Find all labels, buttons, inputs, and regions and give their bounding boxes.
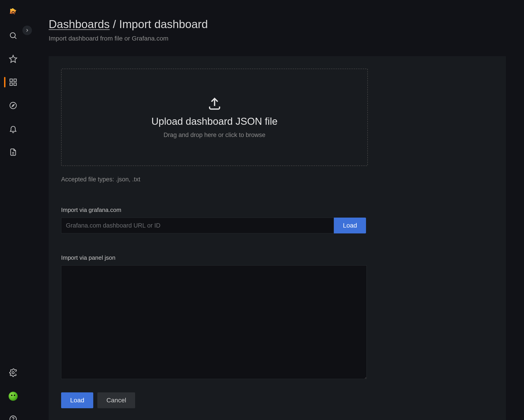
accepted-file-types: Accepted file types: .json, .txt xyxy=(61,176,493,183)
search-icon xyxy=(9,31,17,41)
grafana-url-input[interactable] xyxy=(61,218,334,233)
svg-line-2 xyxy=(15,37,16,39)
sidebar-item-dashboards[interactable] xyxy=(0,78,26,87)
sidebar-item-explore[interactable] xyxy=(0,101,26,111)
dropzone-hint: Drag and drop here or click to browse xyxy=(163,131,265,139)
svg-point-12 xyxy=(12,372,14,374)
load-url-button[interactable]: Load xyxy=(334,218,366,233)
svg-marker-3 xyxy=(9,55,17,62)
panel-json-textarea[interactable] xyxy=(61,265,367,379)
svg-rect-6 xyxy=(10,83,12,85)
file-icon xyxy=(9,148,17,157)
sidebar-expand-button[interactable] xyxy=(22,26,32,35)
cancel-button[interactable]: Cancel xyxy=(97,392,135,408)
sidebar-item-alerting[interactable] xyxy=(0,124,26,134)
upload-icon xyxy=(207,96,222,112)
load-button[interactable]: Load xyxy=(61,392,93,408)
import-via-url-field: Import via grafana.com Load xyxy=(61,207,493,233)
sidebar-item-starred[interactable] xyxy=(0,55,26,64)
avatar-icon xyxy=(9,392,18,401)
via-json-label: Import via panel json xyxy=(61,254,493,261)
upload-dropzone[interactable]: Upload dashboard JSON file Drag and drop… xyxy=(61,69,368,166)
import-panel: Upload dashboard JSON file Drag and drop… xyxy=(49,56,506,420)
sidebar-item-help[interactable] xyxy=(0,415,26,420)
help-icon xyxy=(9,415,17,420)
svg-rect-4 xyxy=(10,79,12,81)
sidebar-item-search[interactable] xyxy=(0,31,26,41)
dropzone-title: Upload dashboard JSON file xyxy=(151,116,278,127)
sidebar-item-settings[interactable] xyxy=(0,368,26,378)
sidebar-item-profile[interactable] xyxy=(0,392,26,401)
page-subtitle: Import dashboard from file or Grafana.co… xyxy=(49,35,506,42)
grafana-logo-icon[interactable] xyxy=(0,7,26,17)
svg-marker-9 xyxy=(12,104,14,107)
gear-icon xyxy=(9,368,17,378)
breadcrumb-current: Import dashboard xyxy=(119,18,208,31)
breadcrumb: Dashboards / Import dashboard xyxy=(49,18,506,31)
via-url-label: Import via grafana.com xyxy=(61,207,493,213)
breadcrumb-parent-link[interactable]: Dashboards xyxy=(49,18,110,31)
main-content: Dashboards / Import dashboard Import das… xyxy=(26,0,524,420)
bell-icon xyxy=(9,124,17,134)
import-via-json-field: Import via panel json xyxy=(61,254,493,380)
svg-rect-7 xyxy=(14,83,16,85)
svg-point-8 xyxy=(10,102,16,109)
svg-point-1 xyxy=(10,33,15,38)
svg-rect-5 xyxy=(14,79,16,81)
dashboards-icon xyxy=(9,78,17,87)
star-icon xyxy=(9,55,17,64)
compass-icon xyxy=(9,101,17,111)
sidebar-item-connections[interactable] xyxy=(0,148,26,157)
sidebar xyxy=(0,0,26,420)
